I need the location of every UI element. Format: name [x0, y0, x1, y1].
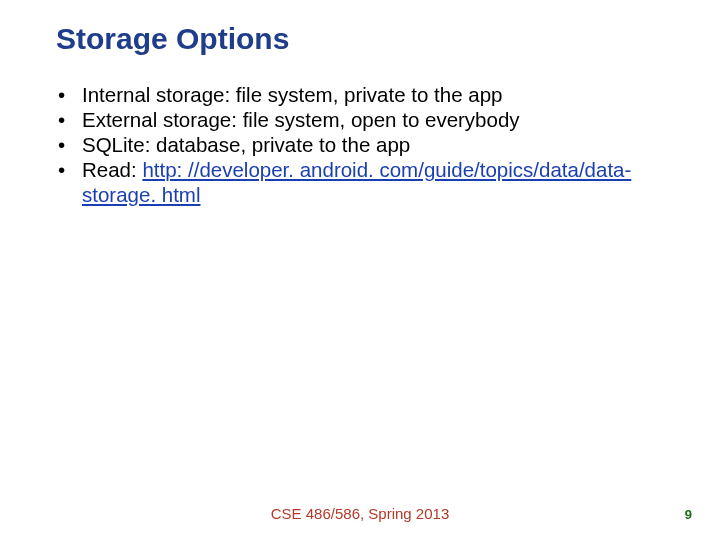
list-item: Read: http: //developer. android. com/gu… [56, 157, 670, 207]
read-more-link[interactable]: http: //developer. android. com/guide/to… [82, 158, 631, 206]
slide-footer: CSE 486/586, Spring 2013 [0, 505, 720, 522]
slide: Storage Options Internal storage: file s… [0, 0, 720, 540]
bullet-text: SQLite: database, private to the app [82, 133, 410, 156]
list-item: External storage: file system, open to e… [56, 107, 670, 132]
bullet-list: Internal storage: file system, private t… [56, 82, 670, 207]
bullet-text: External storage: file system, open to e… [82, 108, 520, 131]
slide-title: Storage Options [56, 22, 670, 56]
bullet-text: Internal storage: file system, private t… [82, 83, 502, 106]
page-number: 9 [685, 507, 692, 522]
bullet-text: Read: [82, 158, 142, 181]
list-item: SQLite: database, private to the app [56, 132, 670, 157]
list-item: Internal storage: file system, private t… [56, 82, 670, 107]
